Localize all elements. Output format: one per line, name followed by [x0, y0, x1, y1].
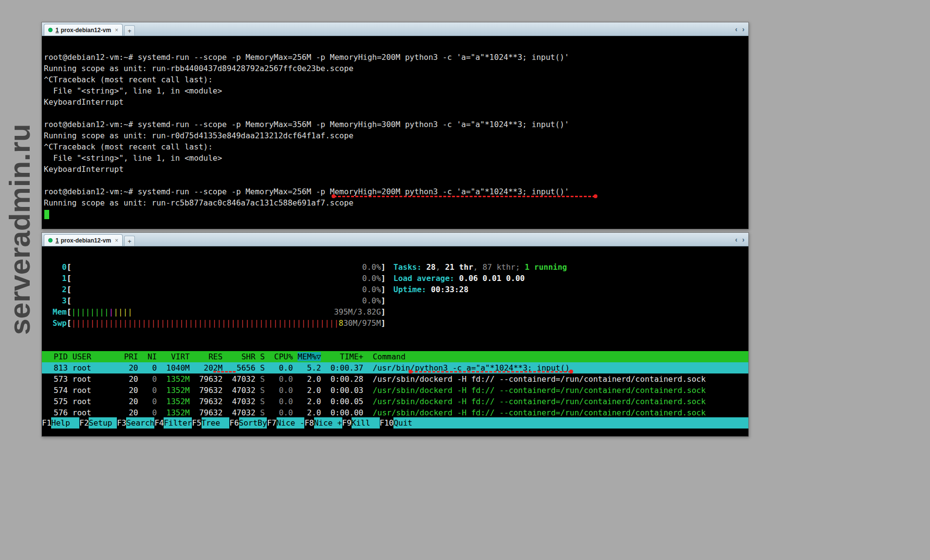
cell-cpu: 0.0 [269, 386, 293, 395]
column-header-pid[interactable]: PID [44, 352, 68, 361]
process-row-574[interactable]: 574 root 20 0 1352M 79632 47032 S 0.0 2.… [42, 385, 748, 396]
tab-title: prox-debian12-vm [61, 237, 111, 244]
scroll-right-icon[interactable]: › [742, 236, 744, 243]
load-values: 0.06 0.01 0.00 [459, 274, 525, 283]
fkey-f1[interactable]: F1Help [42, 417, 79, 429]
tasks-label: Tasks: [393, 262, 426, 272]
fkey-action: Help [51, 417, 79, 429]
fkey-f6[interactable]: F6SortBy [229, 417, 267, 429]
tasks-kthreads: 87 kthr [483, 262, 515, 272]
meter-label: 2 [53, 284, 67, 295]
cell-command: /usr/sbin/dockerd -H fd:// --containerd=… [368, 374, 706, 384]
fkey-f5[interactable]: F5Tree [192, 417, 229, 429]
column-header-shr[interactable]: SHR [227, 352, 256, 361]
column-header-time[interactable]: TIME+ [326, 352, 363, 361]
column-header-s[interactable]: S [260, 352, 265, 361]
meter-bracket: ] [381, 285, 386, 294]
new-tab-button[interactable]: + [124, 236, 135, 246]
meter-value: 830M/975M [339, 317, 381, 329]
meter-label: Swp [53, 317, 67, 329]
htop-summary: Tasks: 28, 21 thr, 87 kthr; 1 running Lo… [393, 261, 567, 295]
separator: , [473, 262, 483, 272]
tab-index: 1 [56, 237, 59, 244]
cell-pid: 575 [44, 397, 68, 406]
tab-scroll-arrows[interactable]: ‹ › [732, 25, 744, 33]
fkey-f9[interactable]: F9Kill [342, 417, 380, 429]
scroll-right-icon[interactable]: › [742, 25, 744, 33]
meter-mem: Mem[|||||||||||||395M/3.82G] [53, 306, 386, 317]
terminal-tab[interactable]: 1 prox-debian12-vm × [44, 24, 123, 36]
process-row-575[interactable]: 575 root 20 0 1352M 79632 47032 S 0.0 2.… [42, 396, 748, 407]
cell-command: /usr/sbin/dockerd -H fd:// --containerd=… [368, 386, 706, 395]
cell-s: S [260, 374, 265, 384]
annotation-underline-memoryhigh [334, 196, 595, 197]
process-row-576[interactable]: 576 root 20 0 1352M 79632 47032 S 0.0 2.… [42, 407, 748, 418]
terminal-line: Running scope as unit: run-r0d75d41353e8… [44, 130, 745, 141]
fkey-action: Filter [164, 417, 192, 429]
column-header-ni[interactable]: NI [143, 352, 157, 361]
terminal-line: KeyboardInterrupt [44, 164, 745, 175]
cell-mem: 2.0 [298, 397, 321, 406]
meter-bar-segment: |||| [113, 307, 132, 317]
tab-bar: 1 prox-debian12-vm × + ‹ › [42, 233, 748, 246]
meter-label: 3 [53, 295, 67, 306]
meter-value: 0.0% [362, 284, 381, 295]
separator: ; [515, 262, 524, 272]
terminal-line: File "<string>", line 1, in <module> [44, 85, 745, 96]
fkey-f10[interactable]: F10Quit [380, 417, 748, 429]
fkey-f4[interactable]: F4Filter [154, 417, 192, 429]
fkey-label: F4 [154, 417, 164, 429]
terminal-tab[interactable]: 1 prox-debian12-vm × [44, 234, 123, 246]
meter-value: 395M/3.82G [334, 306, 381, 317]
column-header-command[interactable]: Command [368, 352, 406, 361]
meter-0: 0[0.0%] [53, 261, 386, 273]
column-header-pri[interactable]: PRI [119, 352, 138, 361]
new-tab-button[interactable]: + [124, 25, 135, 36]
column-header-res[interactable]: RES [194, 352, 223, 361]
scroll-left-icon[interactable]: ‹ [735, 25, 738, 33]
fkey-f8[interactable]: F8Nice + [304, 417, 342, 429]
htop-meters: 0[0.0%]1[0.0%]2[0.0%]3[0.0%]Mem[||||||||… [53, 261, 386, 329]
terminal-line: root@debian12-vm:~# systemd-run --scope … [44, 52, 745, 63]
column-header-user[interactable]: USER [73, 352, 115, 361]
tab-index: 1 [56, 27, 59, 34]
cell-res: 79632 [194, 386, 223, 395]
meter-value-text: 0.0% [362, 262, 381, 272]
process-row-573[interactable]: 573 root 20 0 1352M 79632 47032 S 0.0 2.… [42, 373, 748, 385]
process-row-813[interactable]: 813 root 20 0 1040M 202M 5656 S 0.0 5.2 … [42, 362, 748, 373]
terminal-line: Running scope as unit: run-rbb4400437d89… [44, 63, 745, 74]
cell-pri: 20 [119, 374, 138, 384]
terminal-line: root@debian12-vm:~# systemd-run --scope … [44, 119, 745, 130]
fkey-label: F7 [267, 417, 276, 429]
meter-bracket: [ [67, 262, 72, 272]
close-icon[interactable]: × [115, 27, 118, 34]
cell-ni: 0 [143, 397, 157, 406]
meter-track: 0.0% [72, 295, 381, 306]
scroll-left-icon[interactable]: ‹ [735, 236, 738, 243]
fkey-f3[interactable]: F3Search [117, 417, 154, 429]
fkey-action: Setup [89, 417, 117, 429]
fkey-label: F2 [79, 417, 89, 429]
fkey-f7[interactable]: F7Nice - [267, 417, 304, 429]
cell-shr: 47032 [227, 397, 256, 406]
column-header-mem[interactable]: MEM%▽ [298, 352, 321, 361]
fkey-action: Kill [352, 417, 380, 429]
tab-scroll-arrows[interactable]: ‹ › [732, 236, 744, 243]
cell-s: S [260, 363, 265, 373]
column-header-virt[interactable]: VIRT [162, 352, 190, 361]
cursor-line [44, 208, 745, 220]
fkey-label: F1 [42, 417, 51, 429]
tasks-count: 28 [426, 262, 435, 272]
meter-bar-segment: ||||||||||||||||||||||||||||||||||||||||… [72, 318, 339, 328]
close-icon[interactable]: × [115, 237, 118, 244]
column-header-cpu[interactable]: CPU% [269, 352, 293, 361]
cell-mem: 5.2 [298, 363, 321, 373]
cell-virt: 1352M [162, 386, 190, 395]
meter-track: ||||||||||||||||||||||||||||||||||||||||… [72, 317, 381, 329]
cell-virt: 1040M [162, 363, 190, 373]
fkey-f2[interactable]: F2Setup [79, 417, 117, 429]
meter-swp: Swp[||||||||||||||||||||||||||||||||||||… [53, 317, 386, 329]
tab-status-dot-icon [48, 238, 53, 243]
cell-time: 0:00.03 [326, 386, 363, 395]
tasks-line: Tasks: 28, 21 thr, 87 kthr; 1 running [393, 261, 567, 273]
